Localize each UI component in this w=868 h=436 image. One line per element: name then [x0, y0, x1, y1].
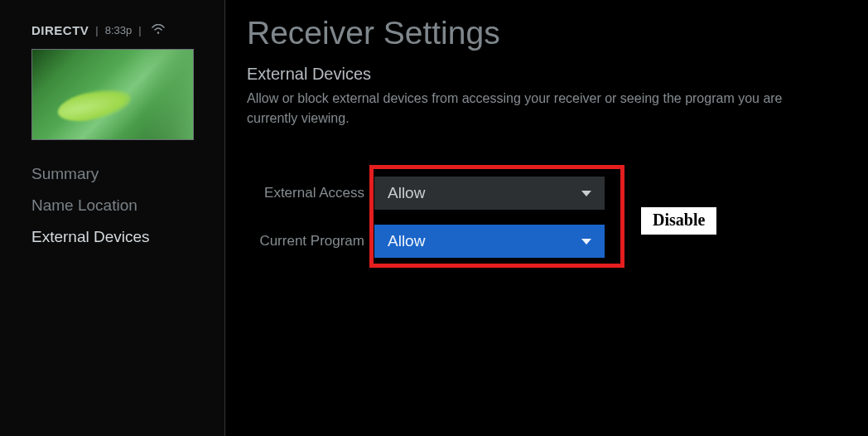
chevron-down-icon	[581, 191, 591, 196]
section-description: Allow or block external devices from acc…	[247, 89, 793, 128]
wifi-icon	[152, 24, 165, 36]
status-divider: |	[95, 24, 98, 36]
sidebar-item-external-devices[interactable]: External Devices	[31, 221, 205, 253]
brand-logo: DIRECTV	[31, 23, 89, 37]
sidebar-item-summary[interactable]: Summary	[31, 158, 205, 190]
setting-row-current-program: Current Program Allow	[247, 225, 628, 258]
current-program-label: Current Program	[247, 233, 374, 249]
status-bar: DIRECTV | 8:33p |	[31, 23, 205, 37]
current-program-dropdown[interactable]: Allow	[374, 225, 605, 258]
sidebar: DIRECTV | 8:33p | Summary Name Location …	[0, 0, 225, 436]
status-divider: |	[138, 24, 141, 36]
settings-block: External Access Allow Current Program Al…	[247, 177, 628, 258]
svg-point-0	[157, 31, 158, 33]
current-program-value: Allow	[388, 232, 425, 250]
sidebar-item-name-location[interactable]: Name Location	[31, 190, 205, 221]
chevron-down-icon	[581, 239, 591, 245]
external-access-dropdown[interactable]: Allow	[374, 177, 605, 210]
live-tv-thumbnail[interactable]	[31, 49, 194, 140]
section-title: External Devices	[247, 65, 838, 84]
settings-menu: Summary Name Location External Devices	[31, 158, 205, 253]
annotation-label: Disable	[641, 207, 716, 235]
clock-time: 8:33p	[105, 24, 133, 36]
setting-row-external-access: External Access Allow	[247, 177, 628, 210]
external-access-label: External Access	[247, 185, 374, 201]
page-title: Receiver Settings	[247, 15, 838, 51]
main-content: Receiver Settings External Devices Allow…	[225, 0, 868, 436]
external-access-value: Allow	[388, 184, 425, 202]
